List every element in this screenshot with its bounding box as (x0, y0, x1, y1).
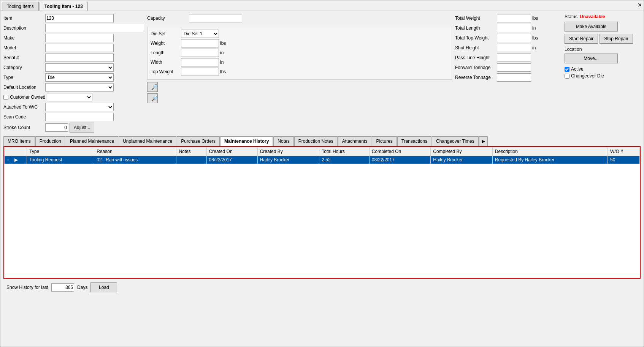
die-length-input[interactable] (181, 49, 219, 57)
customer-owned-select[interactable] (47, 93, 92, 101)
right-weight-col: Total Weight lbs Total Length in Total T… (455, 14, 562, 134)
tab-attachments[interactable]: Attachments (338, 136, 372, 146)
tab-changeover-times[interactable]: Changeover Times (432, 136, 479, 146)
col-reason-header: Reason (94, 147, 176, 156)
search-icon-button-2[interactable]: 🔎 (147, 93, 158, 103)
category-row: Category (3, 63, 144, 72)
col-arrow-header (12, 147, 27, 156)
stop-repair-button[interactable]: Stop Repair (600, 34, 633, 44)
item-row: Item (3, 14, 144, 22)
model-input[interactable] (45, 44, 114, 52)
active-label: Active (571, 66, 584, 72)
table-row[interactable]: + ▶ Tooling Request 02 - Ran with issues… (5, 156, 640, 164)
item-input[interactable] (45, 14, 114, 22)
die-set-row: Die Set Die Set 1 Die Set 2 (151, 30, 449, 38)
completed-on-cell: 08/22/2017 (369, 156, 430, 164)
total-top-weight-row: Total Top Weight lbs (455, 34, 562, 42)
tab-notes[interactable]: Notes (273, 136, 293, 146)
col-completed-on-header: Completed On (369, 147, 430, 156)
total-weight-input[interactable] (497, 14, 531, 22)
category-select[interactable] (45, 63, 114, 72)
tab-tooling-items[interactable]: Tooling Items (2, 2, 39, 11)
die-set-box: Die Set Die Set 1 Die Set 2 Weight lbs L… (147, 27, 452, 80)
expand-icon[interactable]: + (7, 158, 10, 162)
die-weight-row: Weight lbs (151, 39, 449, 47)
die-top-weight-row: Top Weight lbs (151, 68, 449, 76)
col-expand-header (5, 147, 12, 156)
scan-code-input[interactable] (45, 113, 114, 121)
forward-tonnage-input[interactable] (497, 63, 531, 72)
changeover-die-checkbox[interactable] (565, 74, 569, 79)
model-row: Model (3, 44, 144, 52)
section-tabs: MRO Items Production Planned Maintenance… (3, 136, 641, 146)
expand-cell[interactable]: + (5, 156, 12, 164)
main-content: Item Description Make Model Serial # (0, 11, 644, 298)
total-hours-cell: 2.52 (319, 156, 370, 164)
load-button[interactable]: Load (90, 282, 117, 292)
die-top-weight-input[interactable] (181, 68, 219, 76)
capacity-input[interactable] (189, 14, 242, 22)
total-top-weight-input[interactable] (497, 34, 531, 42)
tab-planned-maintenance[interactable]: Planned Maintenance (66, 136, 118, 146)
pass-line-height-input[interactable] (497, 54, 531, 62)
active-checkbox[interactable] (565, 67, 569, 72)
active-row: Active (565, 66, 641, 72)
forward-tonnage-label: Forward Tonnage (455, 65, 497, 70)
type-select[interactable]: Die (45, 73, 114, 82)
tab-production-notes[interactable]: Production Notes (294, 136, 338, 146)
description-input[interactable] (45, 24, 144, 32)
status-row: Status Unavailable (565, 14, 641, 19)
search-icon-button-1[interactable]: 🔎 (147, 82, 158, 92)
tab-unplanned-maintenance[interactable]: Unplanned Maintenance (119, 136, 176, 146)
type-label: Type (3, 75, 45, 80)
die-weight-input[interactable] (181, 39, 219, 47)
col-completed-by-header: Completed By (431, 147, 493, 156)
col-created-by-header: Created By (257, 147, 319, 156)
make-available-button[interactable]: Make Available (565, 22, 618, 32)
item-label: Item (3, 16, 45, 21)
die-set-label: Die Set (151, 31, 181, 36)
total-top-weight-unit: lbs (532, 35, 538, 41)
attached-wc-select[interactable] (45, 103, 114, 111)
stroke-count-input[interactable] (45, 123, 68, 132)
shut-height-input[interactable] (497, 44, 531, 52)
tab-scroll-arrow[interactable]: ▶ (479, 136, 488, 146)
created-by-cell: Hailey Brocker (257, 156, 319, 164)
tab-production[interactable]: Production (35, 136, 65, 146)
completed-by-cell: Hailey Brocker (431, 156, 493, 164)
tab-purchase-orders[interactable]: Purchase Orders (177, 136, 220, 146)
far-right-col: Status Unavailable Make Available Start … (565, 14, 641, 134)
default-location-label: Default Location (3, 85, 45, 90)
tab-maintenance-history[interactable]: Maintenance History (220, 136, 273, 146)
total-length-input[interactable] (497, 24, 531, 32)
die-length-row: Length in (151, 49, 449, 57)
bottom-bar: Show History for last Days Load (3, 280, 641, 295)
die-set-select[interactable]: Die Set 1 Die Set 2 (181, 30, 219, 38)
reverse-tonnage-input[interactable] (497, 73, 531, 82)
tab-mro-items[interactable]: MRO Items (3, 136, 35, 146)
serial-input[interactable] (45, 54, 114, 62)
status-label: Status (565, 14, 577, 19)
changeover-die-row: Changeover Die (565, 73, 641, 79)
start-repair-button[interactable]: Start Repair (565, 34, 598, 44)
col-created-on-header: Created On (206, 147, 257, 156)
days-input[interactable] (51, 283, 74, 292)
make-input[interactable] (45, 34, 114, 42)
die-width-input[interactable] (181, 58, 219, 66)
tab-transactions[interactable]: Transactions (397, 136, 431, 146)
close-button[interactable]: ✕ (638, 2, 642, 8)
adjust-button[interactable]: Adjust... (70, 123, 94, 132)
description-label: Description (3, 25, 45, 31)
die-width-unit: in (220, 60, 224, 65)
reverse-tonnage-row: Reverse Tonnage (455, 73, 562, 82)
default-location-select[interactable] (45, 83, 114, 91)
scan-code-label: Scan Code (3, 114, 45, 120)
move-button[interactable]: Move... (565, 54, 618, 63)
tab-pictures[interactable]: Pictures (372, 136, 397, 146)
make-row: Make (3, 34, 144, 42)
tab-tooling-item-123[interactable]: Tooling Item - 123 (40, 2, 88, 11)
customer-owned-checkbox[interactable] (3, 95, 8, 100)
pass-line-height-row: Pass Line Height (455, 54, 562, 62)
type-row: Type Die (3, 73, 144, 82)
col-notes-header: Notes (176, 147, 206, 156)
